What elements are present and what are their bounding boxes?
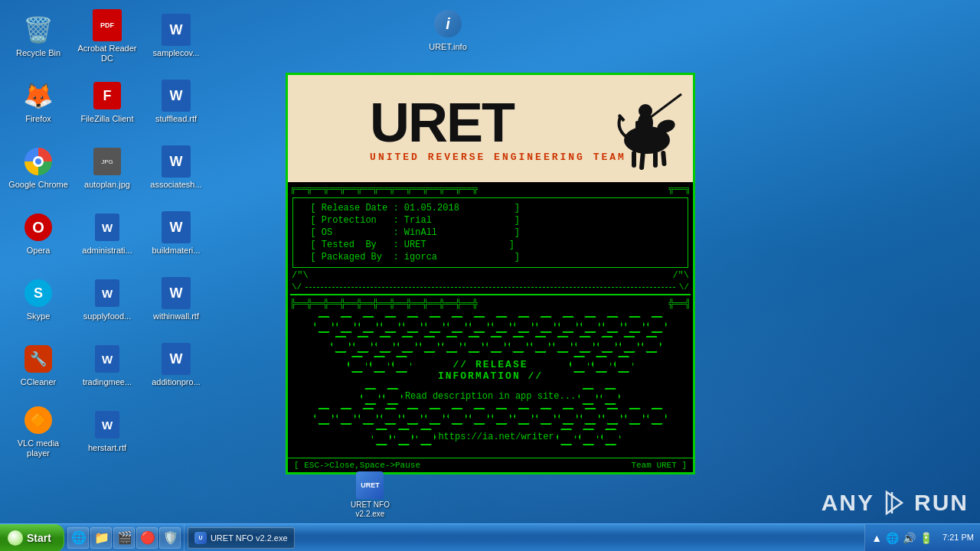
desktop-icon-stufflead[interactable]: W stufflead.rtf — [142, 70, 211, 135]
hex-row-4: Read description in app site... — [361, 388, 620, 405]
desktop-icon-firefox[interactable]: 🦊 Firefox — [4, 70, 73, 135]
svg-rect-4 — [653, 151, 658, 168]
uret-logo-area: URET UNITED REVERSE ENGINEERING TEAM — [288, 75, 693, 182]
nfo-corner-row: /"\ /"\ — [288, 269, 693, 282]
svg-rect-5 — [661, 151, 667, 166]
desktop-icon-vlc[interactable]: 🔶 VLC media player — [4, 399, 73, 465]
desktop-icon-samplecov[interactable]: W samplecov... — [142, 4, 211, 70]
recycle-bin-icon: 🗑️ — [23, 15, 54, 45]
desktop-icon-uret-info[interactable]: i URET.info — [413, 4, 482, 57]
svg-rect-2 — [632, 151, 636, 168]
desktop-icon-herstart[interactable]: W herstart.rtf — [73, 399, 142, 465]
tray-arrow-icon[interactable]: ▲ — [871, 532, 882, 544]
skype-label: Skype — [27, 311, 51, 321]
anyrun-play-icon — [880, 489, 908, 517]
nfo-status-right: Team URET ] — [631, 461, 687, 470]
nfo-packaged-by: [ Packaged By : igorca ] — [299, 252, 681, 262]
desktop-icon-skype[interactable]: S Skype — [4, 267, 73, 333]
taskbar-running-apps: U URET NFO v2.2.exe — [185, 526, 864, 550]
nfo-tested-by: [ Tested By : URET ] — [299, 240, 681, 250]
acrobat-icon — [92, 10, 122, 41]
desktop-icon-additionpro[interactable]: W additionpro... — [142, 333, 211, 399]
start-button[interactable]: Start — [0, 524, 64, 552]
ccleaner-label: CCleaner — [21, 377, 56, 387]
withinwall-icon: W — [161, 278, 191, 308]
autoplan-label: autoplan.jpg — [84, 180, 130, 190]
taskbar-shield-icon[interactable]: 🛡️ — [159, 527, 181, 549]
nfo-os: [ OS : WinAll ] — [299, 227, 681, 238]
desktop-icon-associatesh[interactable]: W associatesh... — [142, 135, 211, 201]
anyrun-watermark: ANY RUN — [822, 489, 969, 517]
taskbar-wmp-icon[interactable]: 🎬 — [113, 527, 135, 549]
taskbar: Start 🌐 📁 🎬 🔴 🛡️ U URET NFO v2.2.exe ▲ 🌐… — [0, 523, 980, 551]
uret-exe-label: URET NFOv2.2.exe — [351, 500, 390, 519]
desktop-icon-supplyfood[interactable]: W supplyfood... — [73, 267, 142, 333]
vlc-icon: 🔶 — [23, 405, 54, 435]
svg-rect-11 — [880, 489, 908, 517]
hex-row-1 — [314, 316, 667, 333]
desktop-icon-ccleaner[interactable]: 🔧 CCleaner — [4, 333, 73, 399]
taskbar-ie-icon[interactable]: 🌐 — [67, 527, 89, 549]
buildmateri-label: buildmateri... — [152, 246, 201, 256]
nfo-release-date: [ Release Date : 01.05.2018 ] — [299, 203, 681, 214]
tradingmee-icon: W — [92, 344, 122, 374]
desktop-icon-buildmateri[interactable]: W buildmateri... — [142, 201, 211, 267]
quick-launch-area: 🌐 📁 🎬 🔴 🛡️ — [64, 524, 185, 551]
uret-exe-desktop-icon[interactable]: URET URET NFOv2.2.exe — [351, 470, 390, 519]
vlc-label: VLC media player — [8, 439, 69, 458]
filezilla-icon: F — [92, 80, 122, 111]
desktop-icons-area: 🗑️ Recycle Bin Acrobat Reader DC W sampl… — [0, 0, 260, 528]
uret-subtitle: UNITED REVERSE ENGINEERING TEAM — [370, 152, 626, 163]
uret-taskbar-icon: U — [194, 532, 207, 544]
taskbar-uret-app[interactable]: U URET NFO v2.2.exe — [188, 527, 295, 549]
withinwall-label: withinwall.rtf — [153, 311, 199, 321]
stufflead-icon: W — [161, 80, 191, 111]
hex-row-2 — [331, 336, 662, 353]
administrati-icon: W — [92, 212, 122, 243]
release-description: Read description in app site... — [405, 391, 576, 402]
filezilla-label: FileZilla Client — [80, 114, 133, 124]
stufflead-label: stufflead.rtf — [155, 114, 197, 124]
uret-logo-text: URET — [370, 95, 514, 150]
recycle-bin-label: Recycle Bin — [16, 48, 60, 58]
hex-row-3: // RELEASE INFORMATION // — [348, 356, 634, 385]
administrati-label: administrati... — [82, 246, 132, 256]
svg-rect-8 — [641, 108, 652, 114]
nfo-wavy-row: \/ \/ — [288, 282, 693, 292]
desktop-icon-autoplan[interactable]: JPG autoplan.jpg — [73, 135, 142, 201]
desktop-icon-recycle-bin[interactable]: 🗑️ Recycle Bin — [4, 4, 73, 70]
hex-pattern-area: // RELEASE INFORMATION // Read descripti… — [288, 311, 693, 458]
desktop-icon-tradingmee[interactable]: W tradingmee... — [73, 333, 142, 399]
nfo-divider — [290, 294, 691, 295]
nfo-status-bar: [ ESC->Close,Space->Pause Team URET ] — [288, 458, 693, 472]
associatesh-icon: W — [161, 146, 191, 177]
nfo-protection: [ Protection : Trial ] — [299, 215, 681, 226]
nfo-status-left: [ ESC->Close,Space->Pause — [294, 461, 420, 470]
tray-battery-icon[interactable]: 🔋 — [920, 532, 933, 544]
tradingmee-label: tradingmee... — [83, 377, 132, 387]
tray-network-icon[interactable]: 🌐 — [886, 532, 899, 544]
firefox-label: Firefox — [25, 114, 51, 124]
desktop-icon-acrobat[interactable]: Acrobat Reader DC — [73, 4, 142, 70]
start-orb-icon — [8, 530, 23, 546]
system-tray: ▲ 🌐 🔊 🔋 7:21 PM — [864, 524, 980, 551]
desktop-icon-administrati[interactable]: W administrati... — [73, 201, 142, 267]
start-label: Start — [27, 532, 51, 544]
nfo-top-border: ╔══╦══╦══╦══╦══╦══╦══╦══╦══╦══╦══╦ ╦══╗ — [288, 182, 693, 196]
uret-exe-icon: URET — [354, 470, 385, 500]
release-url: https://ia.net/writer — [438, 432, 554, 442]
taskbar-folder-icon[interactable]: 📁 — [90, 527, 112, 549]
additionpro-label: additionpro... — [152, 377, 201, 387]
desktop-icon-opera[interactable]: O Opera — [4, 201, 73, 267]
taskbar-chrome-taskbar-icon[interactable]: 🔴 — [136, 527, 158, 549]
desktop-icon-withinwall[interactable]: W withinwall.rtf — [142, 267, 211, 333]
tray-volume-icon[interactable]: 🔊 — [903, 532, 916, 544]
autoplan-icon: JPG — [92, 146, 122, 177]
hex-row-5 — [314, 408, 667, 425]
svg-rect-3 — [639, 151, 645, 170]
desktop-icon-filezilla[interactable]: F FileZilla Client — [73, 70, 142, 135]
firefox-icon: 🦊 — [23, 80, 54, 111]
anyrun-run-text: RUN — [914, 490, 969, 516]
desktop-icon-chrome[interactable]: Google Chrome — [4, 135, 73, 201]
nfo-content: ╔══╦══╦══╦══╦══╦══╦══╦══╦══╦══╦══╦ ╦══╗ … — [288, 182, 693, 472]
